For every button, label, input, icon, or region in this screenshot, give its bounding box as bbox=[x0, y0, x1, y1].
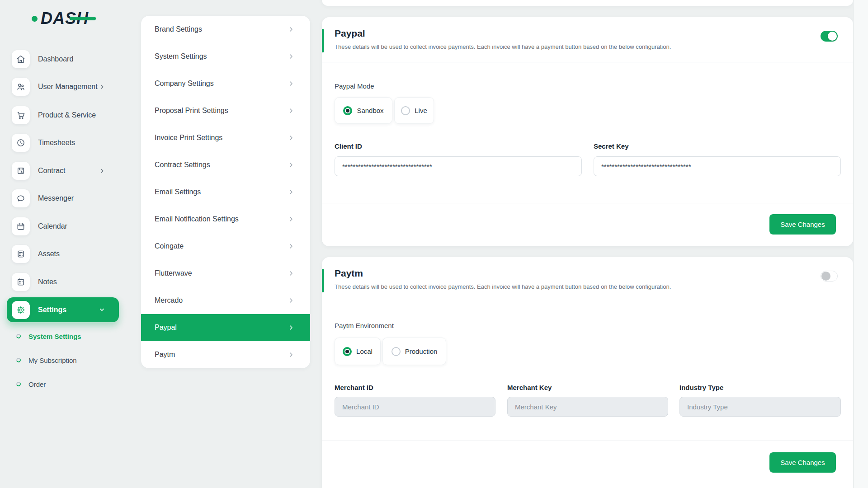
sidebar-item-label: Notes bbox=[38, 278, 57, 286]
sidebar-subitem-label: My Subscription bbox=[28, 357, 77, 364]
bullet-icon bbox=[16, 333, 22, 339]
industry-type-label: Industry Type bbox=[679, 384, 723, 391]
settings-menu-item-paypal[interactable]: Paypal bbox=[141, 314, 310, 341]
bullet-icon bbox=[16, 357, 22, 363]
divider bbox=[322, 62, 853, 62]
accent-bar bbox=[322, 269, 324, 292]
sidebar-item-label: Dashboard bbox=[38, 55, 73, 63]
settings-menu-item-paytm[interactable]: Paytm bbox=[141, 341, 310, 368]
sidebar-subitem-order[interactable]: Order bbox=[16, 376, 120, 392]
menu-item-label: Brand Settings bbox=[155, 25, 202, 33]
sidebar-item-user-management[interactable]: User Management bbox=[7, 75, 119, 98]
toggle-knob bbox=[821, 272, 830, 281]
sidebar-item-assets[interactable]: Assets bbox=[7, 243, 119, 265]
users-icon bbox=[12, 78, 30, 96]
sidebar-item-dashboard[interactable]: Dashboard bbox=[7, 48, 119, 70]
sidebar-subitem-label: System Settings bbox=[28, 333, 81, 340]
sidebar-item-timesheets[interactable]: Timesheets bbox=[7, 131, 119, 154]
paytm-card: Paytm These details will be used to coll… bbox=[322, 257, 853, 488]
settings-menu-item-contract-settings[interactable]: Contract Settings bbox=[141, 151, 310, 178]
sidebar: DASH Dashboard User Management Product &… bbox=[0, 0, 128, 488]
settings-menu-item-brand-settings[interactable]: Brand Settings bbox=[141, 16, 310, 43]
radio-label: Sandbox bbox=[357, 107, 383, 114]
chevron-right-icon bbox=[288, 80, 295, 87]
paypal-toggle[interactable] bbox=[821, 31, 838, 42]
accent-bar bbox=[322, 29, 324, 52]
menu-item-label: Invoice Print Settings bbox=[155, 134, 222, 142]
divider bbox=[322, 441, 853, 441]
production-radio[interactable]: Production bbox=[382, 338, 446, 365]
sidebar-item-messenger[interactable]: Messenger bbox=[7, 187, 119, 210]
settings-menu-item-flutterwave[interactable]: Flutterwave bbox=[141, 260, 310, 287]
settings-menu-item-company-settings[interactable]: Company Settings bbox=[141, 70, 310, 97]
sidebar-item-contract[interactable]: Contract bbox=[7, 160, 119, 182]
paytm-toggle[interactable] bbox=[821, 271, 838, 282]
sidebar-subitem-my-subscription[interactable]: My Subscription bbox=[16, 352, 120, 368]
toggle-knob bbox=[828, 32, 837, 41]
settings-menu-item-coingate[interactable]: Coingate bbox=[141, 233, 310, 260]
settings-menu-item-system-settings[interactable]: System Settings bbox=[141, 43, 310, 70]
paypal-card-title: Paypal bbox=[335, 28, 365, 39]
sidebar-item-product-service[interactable]: Product & Service bbox=[7, 104, 119, 127]
paytm-environment-label: Paytm Environment bbox=[335, 322, 394, 329]
chevron-right-icon bbox=[288, 324, 295, 331]
chat-icon bbox=[12, 189, 30, 207]
chevron-right-icon bbox=[288, 134, 295, 141]
chevron-right-icon bbox=[288, 270, 295, 277]
settings-menu-item-mercado[interactable]: Mercado bbox=[141, 287, 310, 314]
client-id-input[interactable] bbox=[335, 156, 582, 176]
cart-icon bbox=[12, 106, 30, 124]
radio-selected-icon bbox=[343, 347, 352, 356]
menu-item-label: Paytm bbox=[155, 351, 175, 359]
radio-label: Local bbox=[356, 347, 373, 355]
sidebar-item-label: Contract bbox=[38, 167, 65, 175]
radio-unselected-icon bbox=[401, 106, 410, 115]
calendar-icon bbox=[12, 217, 30, 235]
paypal-mode-label: Paypal Mode bbox=[335, 82, 374, 90]
bullet-icon bbox=[16, 381, 22, 387]
chevron-right-icon bbox=[288, 243, 295, 250]
settings-menu-item-proposal-print-settings[interactable]: Proposal Print Settings bbox=[141, 97, 310, 124]
radio-label: Live bbox=[415, 107, 427, 114]
paytm-card-description: These details will be used to collect in… bbox=[335, 283, 671, 290]
merchant-id-input[interactable] bbox=[335, 397, 495, 417]
chevron-right-icon bbox=[288, 351, 295, 358]
gear-icon bbox=[12, 301, 30, 319]
sidebar-item-label: Timesheets bbox=[38, 139, 75, 147]
merchant-key-input[interactable] bbox=[507, 397, 668, 417]
chevron-right-icon bbox=[99, 168, 105, 174]
merchant-id-label: Merchant ID bbox=[335, 384, 373, 391]
settings-menu-item-invoice-print-settings[interactable]: Invoice Print Settings bbox=[141, 124, 310, 151]
scrollbar-track[interactable] bbox=[853, 0, 868, 488]
sidebar-subitem-label: Order bbox=[28, 380, 46, 388]
secret-key-input[interactable] bbox=[594, 156, 841, 176]
industry-type-input[interactable] bbox=[679, 397, 841, 417]
menu-item-label: System Settings bbox=[155, 52, 207, 61]
radio-unselected-icon bbox=[392, 347, 401, 356]
save-changes-button[interactable]: Save Changes bbox=[769, 214, 836, 235]
save-changes-button[interactable]: Save Changes bbox=[769, 452, 836, 473]
contract-icon bbox=[12, 162, 30, 180]
menu-item-label: Flutterwave bbox=[155, 269, 192, 277]
sidebar-subitem-system-settings[interactable]: System Settings bbox=[16, 328, 120, 344]
radio-label: Production bbox=[405, 347, 438, 355]
card-above-edge bbox=[322, 0, 853, 6]
settings-menu-item-email-notification-settings[interactable]: Email Notification Settings bbox=[141, 206, 310, 233]
chevron-right-icon bbox=[288, 216, 295, 223]
app-logo[interactable]: DASH bbox=[32, 8, 89, 29]
sidebar-item-label: Messenger bbox=[38, 194, 74, 202]
settings-menu-item-email-settings[interactable]: Email Settings bbox=[141, 178, 310, 206]
sidebar-item-calendar[interactable]: Calendar bbox=[7, 215, 119, 238]
sandbox-radio[interactable]: Sandbox bbox=[335, 97, 392, 124]
menu-item-label: Paypal bbox=[155, 324, 177, 332]
local-radio[interactable]: Local bbox=[335, 338, 381, 365]
sidebar-item-label: Product & Service bbox=[38, 111, 96, 119]
sidebar-item-settings[interactable]: Settings bbox=[7, 297, 119, 322]
sidebar-item-notes[interactable]: Notes bbox=[7, 271, 119, 293]
sidebar-item-label: Calendar bbox=[38, 222, 67, 230]
sidebar-item-label: Assets bbox=[38, 250, 60, 258]
live-radio[interactable]: Live bbox=[394, 97, 434, 124]
menu-item-label: Proposal Print Settings bbox=[155, 107, 228, 115]
client-id-label: Client ID bbox=[335, 142, 362, 150]
clock-icon bbox=[12, 134, 30, 152]
